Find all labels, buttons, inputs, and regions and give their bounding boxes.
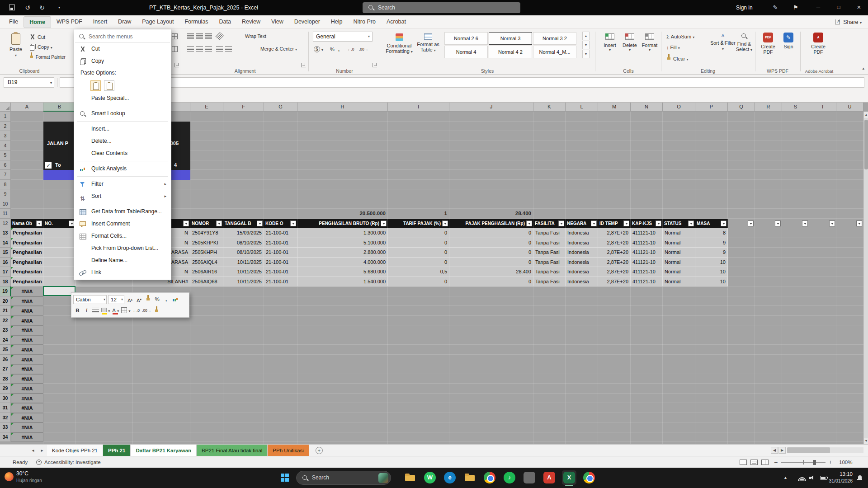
cell-O17[interactable]: Normal: [663, 267, 695, 277]
row-header-12[interactable]: 12: [0, 219, 11, 229]
sign-in-button[interactable]: Sign in: [736, 0, 753, 15]
fill-color-button[interactable]: ▾: [100, 306, 111, 315]
row-header-3[interactable]: 3: [0, 131, 11, 141]
cell-P16[interactable]: 10: [695, 258, 728, 267]
col-header-N[interactable]: N: [631, 103, 663, 112]
taskbar-icon-browser[interactable]: [583, 472, 595, 483]
wrap-text-button[interactable]: Wrap Text: [245, 32, 266, 41]
ribbon-tab-formulas[interactable]: Formulas: [179, 16, 213, 28]
cell-F16[interactable]: 10/11/2025: [223, 258, 264, 267]
cell-M13[interactable]: 2,87E+20: [598, 228, 631, 238]
filter-button-M[interactable]: [623, 221, 629, 226]
merge-center-button[interactable]: Merge & Center ▾: [260, 44, 297, 53]
ribbon-tab-review[interactable]: Review: [236, 16, 266, 28]
row-header-16[interactable]: 16: [0, 258, 11, 267]
cell-G17[interactable]: 21-100-01: [264, 267, 297, 277]
filter-button-A[interactable]: [36, 221, 42, 226]
row-header-17[interactable]: 17: [0, 267, 11, 277]
ribbon-tab-data[interactable]: Data: [214, 16, 236, 28]
cell-O13[interactable]: Normal: [663, 228, 695, 238]
increase-decimal-button[interactable]: ←.0: [347, 45, 354, 53]
filter-button-O[interactable]: [688, 221, 694, 226]
menu-item-delete[interactable]: Delete...: [75, 135, 170, 147]
row-header-6[interactable]: 6: [0, 160, 11, 170]
cell-J13[interactable]: 0: [449, 228, 533, 238]
ribbon-tab-view[interactable]: View: [266, 16, 289, 28]
cell-H16[interactable]: 4.000.000: [297, 258, 388, 267]
table-header-J[interactable]: PAJAK PENGHASILAN (Rp): [449, 219, 533, 229]
row-header-28[interactable]: 28: [0, 374, 11, 384]
cell-H13[interactable]: 1.300.000: [297, 228, 388, 238]
cell-L13[interactable]: Indonesia: [566, 228, 598, 238]
cell-E18[interactable]: 2506AIQ68: [190, 277, 223, 287]
menu-item-paste-special[interactable]: Paste Special...: [75, 92, 170, 104]
cell-O16[interactable]: Normal: [663, 258, 695, 267]
cell-A26[interactable]: #N/A: [11, 355, 43, 365]
autosum-button[interactable]: Σ AutoSum ▾: [666, 33, 694, 41]
row-header-29[interactable]: 29: [0, 384, 11, 394]
quick-access-customize-icon[interactable]: ▾: [55, 4, 63, 12]
filter-button-F[interactable]: [257, 221, 263, 226]
title-search-box[interactable]: Search: [363, 2, 520, 13]
menu-item-quick-analysis[interactable]: Quick Analysis: [75, 163, 170, 175]
row-header-10[interactable]: 10: [0, 199, 11, 209]
cell-E17[interactable]: 2506AIR16: [190, 267, 223, 277]
row-header-15[interactable]: 15: [0, 248, 11, 258]
col-header-J[interactable]: J: [449, 103, 533, 112]
cell-style-normal-2-6[interactable]: Normal 2 6: [444, 32, 488, 45]
cut-button[interactable]: Cut: [29, 33, 45, 42]
cell-A20[interactable]: #N/A: [11, 296, 43, 306]
sheet-tab-pph-unifikasi[interactable]: PPh Unifikasi: [268, 445, 309, 456]
cell-O14[interactable]: Normal: [663, 238, 695, 248]
sheet-tab-kode-objek-pph-21[interactable]: Kode Objek PPh 21: [47, 445, 103, 456]
mini-quick-analysis-button[interactable]: [171, 295, 179, 304]
table-header-L[interactable]: NEGARA: [566, 219, 598, 229]
cell-J18[interactable]: 0: [449, 277, 533, 287]
notification-icon[interactable]: [857, 475, 863, 481]
filter-button-T[interactable]: [829, 221, 835, 226]
cell-A32[interactable]: #N/A: [11, 413, 43, 423]
cell-N14[interactable]: 411121-10: [631, 238, 663, 248]
close-button[interactable]: ×: [850, 0, 868, 15]
cell-M18[interactable]: 2,87E+20: [598, 277, 631, 287]
cell-A30[interactable]: #N/A: [11, 394, 43, 404]
row-header-33[interactable]: 33: [0, 422, 11, 432]
menu-item-smart-lookup[interactable]: Smart Lookup: [75, 108, 170, 120]
copy-button[interactable]: Copy ▾: [29, 42, 52, 52]
cell-A33[interactable]: #N/A: [11, 422, 43, 432]
cell-B17[interactable]: [43, 267, 76, 277]
cell-E13[interactable]: 2504Y91Y8: [190, 228, 223, 238]
cell-A34[interactable]: #N/A: [11, 432, 43, 442]
cell-B16[interactable]: [43, 258, 76, 267]
sheet-tab-next-arrow[interactable]: ▸: [38, 445, 46, 456]
cells-format-button[interactable]: Format▾: [640, 32, 659, 52]
context-menu-search[interactable]: Search the menus: [75, 30, 170, 43]
save-icon[interactable]: [9, 5, 15, 10]
cell-E14[interactable]: 2505KHPKI: [190, 238, 223, 248]
weather-widget[interactable]: 30°C Hujan ringan: [5, 469, 42, 483]
cell-A31[interactable]: #N/A: [11, 403, 43, 413]
cell-A18[interactable]: Penghasilan yang di: [11, 277, 43, 287]
taskbar-icon-folder[interactable]: [464, 472, 476, 483]
paste-option-values[interactable]: [104, 80, 114, 91]
menu-item-clear-contents[interactable]: Clear Contents: [75, 147, 170, 160]
zoom-slider-thumb[interactable]: [813, 460, 816, 465]
taskbar-icon-spotify[interactable]: ♪: [504, 472, 515, 483]
sheet-tab-daftar-bp21-karyawan[interactable]: Daftar BP21 Karyawan: [131, 445, 197, 456]
cell-I13[interactable]: 0: [388, 228, 449, 238]
cell-G15[interactable]: 21-100-01: [264, 248, 297, 258]
cell-G16[interactable]: 21-100-01: [264, 258, 297, 267]
paste-button[interactable]: Paste▾: [5, 31, 26, 67]
zoom-in-button[interactable]: +: [829, 456, 832, 468]
volume-icon[interactable]: [809, 475, 816, 480]
italic-button[interactable]: I: [82, 306, 91, 315]
table-header-M[interactable]: ID TEMP: [598, 219, 631, 229]
cell-P13[interactable]: 8: [695, 228, 728, 238]
mini-increase-decimal-button[interactable]: ←.0: [132, 306, 141, 315]
cell-I14[interactable]: 0: [388, 238, 449, 248]
cell-G13[interactable]: 21-100-01: [264, 228, 297, 238]
filter-button-K[interactable]: [558, 221, 564, 226]
table-header-O[interactable]: STATUS: [663, 219, 695, 229]
ribbon-comma-button[interactable]: ,: [338, 45, 340, 53]
cell-O18[interactable]: Normal: [663, 277, 695, 287]
